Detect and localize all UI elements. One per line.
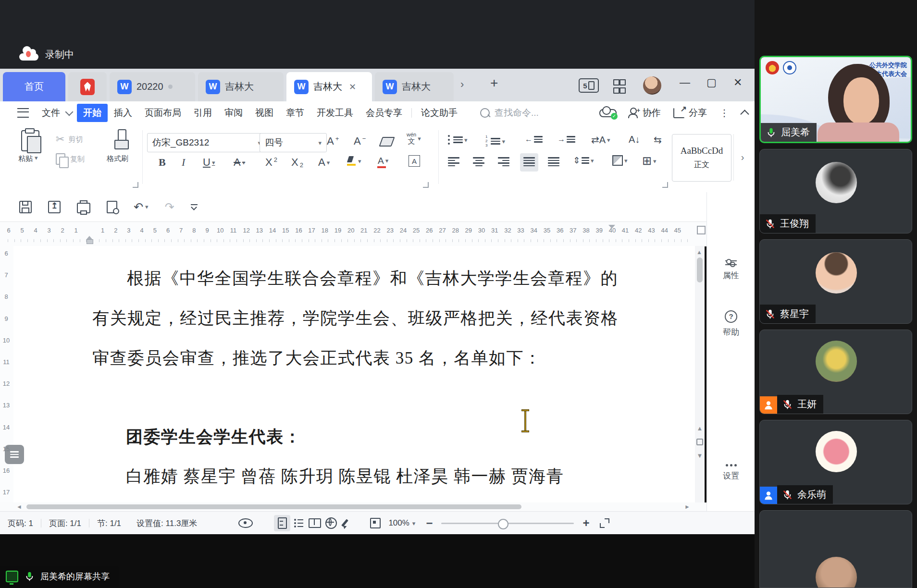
dialog-launcher-icon[interactable]: [662, 182, 668, 188]
tab-doc-jilin-1[interactable]: W 吉林大: [198, 72, 284, 101]
participant-tile-wangjunxiang[interactable]: 王俊翔: [759, 149, 912, 233]
menu-file[interactable]: 文件: [36, 104, 66, 122]
underline-button[interactable]: U▾: [203, 156, 215, 169]
eye-protect-icon[interactable]: [238, 518, 253, 528]
participant-tile-partial[interactable]: [759, 510, 912, 588]
menu-member[interactable]: 会员专享: [359, 104, 409, 122]
participant-tile-yulemeng[interactable]: 余乐萌: [759, 420, 912, 504]
tab-home[interactable]: 首页: [3, 72, 65, 101]
paste-icon[interactable]: [21, 130, 39, 151]
menu-home[interactable]: 开始: [77, 104, 108, 122]
next-page-icon[interactable]: ▼: [697, 452, 703, 459]
paste-button[interactable]: 粘贴▾: [18, 154, 38, 163]
pinyin-guide-button[interactable]: wén文▾: [407, 132, 421, 145]
redo-button[interactable]: ↷: [165, 200, 174, 214]
tab-doc-20220[interactable]: W 20220: [110, 72, 195, 101]
subscript-button[interactable]: X2: [291, 156, 303, 169]
fit-page-icon[interactable]: [370, 518, 381, 528]
collapsed-panel-button[interactable]: [5, 445, 24, 464]
grow-font-button[interactable]: A+: [327, 135, 339, 147]
hamburger-menu-icon[interactable]: [17, 108, 29, 118]
share-button[interactable]: 分享: [673, 107, 707, 119]
collab-button[interactable]: + 协作: [628, 107, 661, 119]
close-button[interactable]: ✕: [733, 76, 742, 89]
text-direction-icon[interactable]: ⇆: [654, 134, 662, 146]
collapse-ribbon-icon[interactable]: [740, 110, 749, 118]
multi-device-icon[interactable]: 5: [579, 78, 599, 93]
ruler-toggle-icon[interactable]: [697, 226, 706, 234]
left-indent-marker[interactable]: [86, 222, 92, 246]
bold-button[interactable]: B: [159, 156, 166, 169]
font-color-button[interactable]: A▾: [378, 156, 388, 165]
customize-quickbar-icon[interactable]: [191, 204, 198, 209]
menu-page-layout[interactable]: 页面布局: [138, 104, 187, 122]
zoom-in-button[interactable]: +: [582, 516, 589, 530]
strikethrough-button[interactable]: A▾: [234, 156, 245, 169]
superscript-button[interactable]: X2: [265, 156, 277, 169]
previous-page-icon[interactable]: ▲: [697, 425, 703, 432]
horizontal-scroll-thumb[interactable]: [26, 504, 521, 509]
line-spacing-button[interactable]: ⇕ ▾: [573, 155, 594, 166]
clear-format-icon[interactable]: [381, 137, 393, 147]
tab-doc-jilin-2[interactable]: W 吉林大: [375, 72, 454, 101]
new-tab-button[interactable]: +: [490, 75, 498, 91]
scroll-left-icon[interactable]: ◄: [16, 503, 22, 510]
scroll-right-icon[interactable]: ►: [684, 503, 690, 510]
save-icon[interactable]: [19, 201, 32, 213]
text-scale-button[interactable]: ⇄A▾: [591, 134, 610, 146]
maximize-button[interactable]: ▢: [706, 76, 717, 89]
app-grid-icon[interactable]: [613, 79, 624, 94]
export-icon[interactable]: [48, 201, 61, 213]
select-browse-object-icon[interactable]: [696, 439, 703, 445]
highlight-button[interactable]: ▾: [347, 156, 361, 166]
increase-indent-icon[interactable]: →: [558, 135, 575, 144]
menu-insert[interactable]: 插入: [108, 104, 138, 122]
tab-wps-red[interactable]: [68, 72, 107, 101]
menu-view[interactable]: 视图: [249, 104, 280, 122]
zoom-slider[interactable]: [441, 523, 574, 524]
menu-references[interactable]: 引用: [187, 104, 218, 122]
vertical-scrollbar[interactable]: ▲: [695, 246, 705, 502]
menu-section[interactable]: 章节: [280, 104, 310, 122]
format-painter-icon[interactable]: [114, 129, 129, 149]
tab-doc-jilin-active[interactable]: W 吉林大 ✕: [286, 72, 372, 101]
format-painter-button[interactable]: 格式刷: [107, 154, 128, 163]
menu-dev-tools[interactable]: 开发工具: [310, 104, 359, 122]
dialog-launcher-icon[interactable]: [423, 182, 429, 188]
shading-button[interactable]: ▾: [612, 155, 628, 166]
fullscreen-icon[interactable]: [600, 518, 609, 528]
participant-tile-caixingyu[interactable]: 蔡星宇: [759, 239, 912, 324]
sidebar-item-properties[interactable]: 属性: [707, 259, 755, 281]
copy-button[interactable]: 复制: [56, 153, 85, 165]
align-justify-chip[interactable]: [520, 153, 538, 172]
align-center-icon[interactable]: [473, 157, 484, 166]
style-gallery[interactable]: AaBbCcDd 正文: [672, 134, 731, 182]
user-avatar[interactable]: [643, 76, 661, 95]
sidebar-item-help[interactable]: ? 帮助: [707, 310, 755, 338]
zoom-slider-knob[interactable]: [498, 519, 508, 529]
borders-button[interactable]: ⊞▾: [642, 154, 657, 168]
participant-tile-quumeixi[interactable]: 公共外交学院 2023学年学生代表大会 屈美希: [759, 56, 912, 143]
font-family-select[interactable]: 仿宋_GB2312▾: [147, 133, 266, 152]
horizontal-scrollbar[interactable]: ◄ ►: [0, 502, 755, 511]
dialog-launcher-icon[interactable]: [133, 182, 138, 188]
view-page-mode-icon[interactable]: [274, 515, 290, 531]
shrink-font-button[interactable]: A−: [354, 135, 366, 147]
zoom-out-button[interactable]: −: [426, 516, 433, 530]
print-preview-icon[interactable]: [107, 201, 117, 213]
scroll-up-icon[interactable]: ▲: [696, 249, 702, 256]
text-effects-button[interactable]: A▾: [318, 156, 330, 169]
view-outline-icon[interactable]: [290, 515, 307, 531]
document-page[interactable]: 根据《中华全国学生联合会章程》和《吉林大学学生会章程》的 有关规定，经过民主推荐…: [13, 246, 695, 502]
right-indent-marker[interactable]: [608, 225, 615, 232]
align-right-icon[interactable]: [498, 157, 509, 166]
participant-tile-wangyan[interactable]: 王妍: [759, 330, 912, 414]
command-search[interactable]: 查找命令...: [480, 107, 539, 119]
menu-paper-assistant[interactable]: 论文助手: [415, 104, 464, 122]
close-tab-icon[interactable]: ✕: [349, 82, 356, 92]
view-write-mode-icon[interactable]: [339, 515, 356, 531]
screen-share-banner[interactable]: 屈美希的屏幕共享: [0, 566, 119, 587]
more-menu-icon[interactable]: ⋮: [719, 107, 729, 119]
view-web-mode-icon[interactable]: [323, 515, 339, 531]
sidebar-item-settings[interactable]: 设置: [707, 464, 755, 481]
